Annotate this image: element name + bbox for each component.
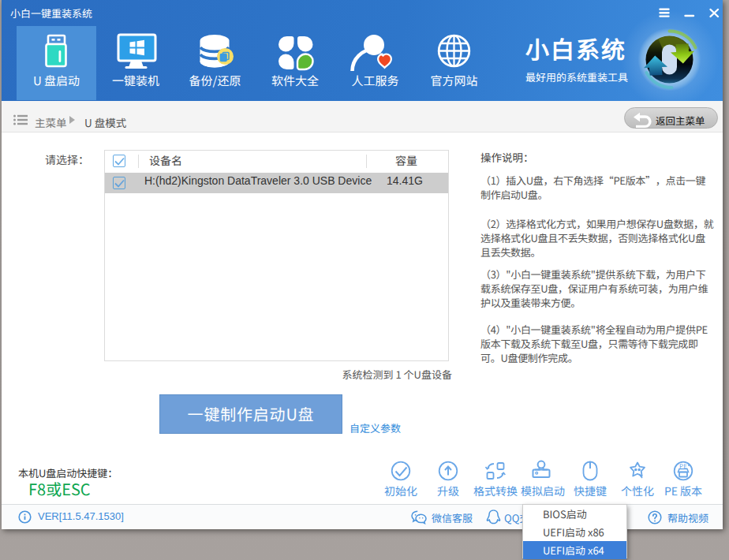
svg-text:PE: PE — [679, 461, 687, 470]
